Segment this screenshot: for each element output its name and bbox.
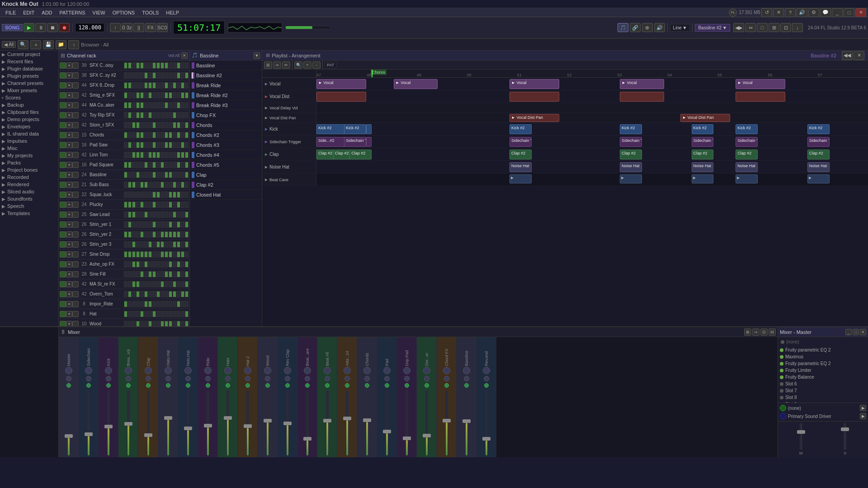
cr-close[interactable]: ✕ <box>181 52 188 59</box>
chan-solo-21[interactable]: ● <box>66 271 72 277</box>
step-23-12[interactable] <box>173 291 176 297</box>
step-9-4[interactable] <box>140 152 144 158</box>
step-3-12[interactable] <box>173 92 176 99</box>
strip-fader-5[interactable] <box>167 390 170 455</box>
bassline-item-5[interactable]: Chop FX <box>190 110 262 120</box>
step-19-13[interactable] <box>177 251 180 258</box>
pause-btn[interactable]: ⏸ <box>35 23 46 32</box>
strip-thumb-3[interactable] <box>124 422 132 426</box>
step-14-11[interactable] <box>169 202 172 208</box>
step-9-9[interactable] <box>160 152 164 158</box>
channel-row-8[interactable]: ● 16 Pad Saw <box>59 140 189 150</box>
channel-row-5[interactable]: ● 42 Toy Rip SFX <box>59 110 189 120</box>
bassline-item-8[interactable]: Chords #3 <box>190 140 262 150</box>
chan-solo-15[interactable]: ● <box>66 211 72 218</box>
chan-track-11[interactable] <box>72 172 79 178</box>
chan-pattern-13[interactable] <box>124 192 189 198</box>
step-12-0[interactable] <box>124 182 127 188</box>
channel-row-2[interactable]: ● 44 SFX 8..Drop <box>59 80 189 90</box>
step-26-9[interactable] <box>160 321 164 327</box>
chan-pattern-6[interactable] <box>124 122 189 128</box>
sidebar-item-packs[interactable]: ▶Packs <box>0 159 58 166</box>
strip-knob-3[interactable] <box>125 367 132 374</box>
step-9-3[interactable] <box>136 152 140 158</box>
step-8-15[interactable] <box>185 142 189 148</box>
channel-row-18[interactable]: ● 26 Strin_yer 3 <box>59 239 189 249</box>
step-22-3[interactable] <box>136 281 140 287</box>
strip-thumb-15[interactable] <box>363 418 371 422</box>
step-24-13[interactable] <box>177 301 180 307</box>
chan-track-13[interactable] <box>72 192 79 198</box>
step-5-8[interactable] <box>156 112 160 118</box>
strip-knob-2[interactable] <box>105 367 112 374</box>
strip-knob-14[interactable] <box>344 367 351 374</box>
strip-knob-12[interactable] <box>304 367 311 374</box>
step-25-3[interactable] <box>136 311 140 317</box>
step-18-14[interactable] <box>181 241 184 248</box>
step-2-5[interactable] <box>144 82 148 89</box>
strip-thumb-9[interactable] <box>244 424 252 428</box>
step-2-4[interactable] <box>140 82 144 89</box>
step-21-3[interactable] <box>136 271 140 277</box>
clip-vocal-4[interactable]: ► Vocal <box>620 79 664 89</box>
sidebar-item-recorded[interactable]: ▶Recorded <box>0 174 58 181</box>
step-20-3[interactable] <box>136 261 140 267</box>
channel-row-24[interactable]: ● 8 Impor_Ride <box>59 299 189 309</box>
step-12-15[interactable] <box>185 182 189 188</box>
channel-row-22[interactable]: ● 42 MA St_re FX <box>59 279 189 289</box>
sidebar-item-project-bones[interactable]: ▶Project bones <box>0 166 58 174</box>
step-25-0[interactable] <box>124 311 127 317</box>
step-1-11[interactable] <box>169 72 172 79</box>
channel-row-25[interactable]: ● 8 Hat <box>59 309 189 319</box>
step-26-14[interactable] <box>181 321 184 327</box>
step-24-11[interactable] <box>169 301 172 307</box>
clip-noise-1[interactable]: Noise Hat <box>509 162 532 172</box>
channel-row-21[interactable]: ● 28 Sine Fill <box>59 269 189 279</box>
vol-btn[interactable]: || <box>133 23 144 32</box>
chan-mute-22[interactable] <box>60 281 66 287</box>
chan-mute-4[interactable] <box>60 102 66 108</box>
step-26-2[interactable] <box>132 321 136 327</box>
strip-thumb-4[interactable] <box>144 433 152 437</box>
fx-row-7[interactable]: Slot 8 <box>780 394 866 401</box>
chan-mute-26[interactable] <box>60 321 66 327</box>
sidebar-item-my-projects[interactable]: ▶My projects <box>0 152 58 159</box>
strip-thumb-7[interactable] <box>204 424 212 427</box>
strip-thumb-21[interactable] <box>482 437 491 441</box>
sidebar-item-mixer-presets[interactable]: ▶Mixer presets <box>0 87 58 94</box>
menu-view[interactable]: VIEW <box>89 9 109 16</box>
bassline-item-1[interactable]: Bassline #2 <box>190 70 262 80</box>
pl-t4[interactable]: 🔍 <box>294 61 302 69</box>
chan-track-23[interactable] <box>72 291 79 297</box>
sidebar-item-backup[interactable]: ▶Backup <box>0 101 58 108</box>
step-9-14[interactable] <box>181 152 184 158</box>
sidebar-item-templates[interactable]: ▶Templates <box>0 210 58 217</box>
step-23-1[interactable] <box>128 291 132 297</box>
step-23-6[interactable] <box>148 291 152 297</box>
step-21-10[interactable] <box>165 271 168 277</box>
channel-row-9[interactable]: ● 42 Linn Tom <box>59 150 189 160</box>
step-0-6[interactable] <box>148 62 152 69</box>
chan-solo-25[interactable]: ● <box>66 311 72 317</box>
chan-pattern-10[interactable] <box>124 162 189 168</box>
step-7-5[interactable] <box>144 132 148 138</box>
chan-track-20[interactable] <box>72 261 79 267</box>
step-12-3[interactable] <box>136 182 140 188</box>
chan-solo-13[interactable]: ● <box>66 192 72 198</box>
step-4-14[interactable] <box>181 102 184 108</box>
clip-clap-6[interactable]: Clap #2 <box>692 150 714 160</box>
top-icon3[interactable]: ? <box>785 8 796 17</box>
fx-btn[interactable]: FX <box>145 23 156 32</box>
step-19-14[interactable] <box>181 251 184 258</box>
song-mode-btn[interactable]: SONG <box>2 24 23 31</box>
step-6-11[interactable] <box>169 122 172 128</box>
step-25-1[interactable] <box>128 311 132 317</box>
step-10-9[interactable] <box>160 162 164 168</box>
step-10-1[interactable] <box>128 162 132 168</box>
step-4-3[interactable] <box>136 102 140 108</box>
step-23-14[interactable] <box>181 291 184 297</box>
step-16-5[interactable] <box>144 221 148 228</box>
sidebar-item-misc[interactable]: ▶Misc <box>0 145 58 152</box>
close-btn[interactable]: ✕ <box>855 8 866 17</box>
step-17-9[interactable] <box>160 231 164 238</box>
